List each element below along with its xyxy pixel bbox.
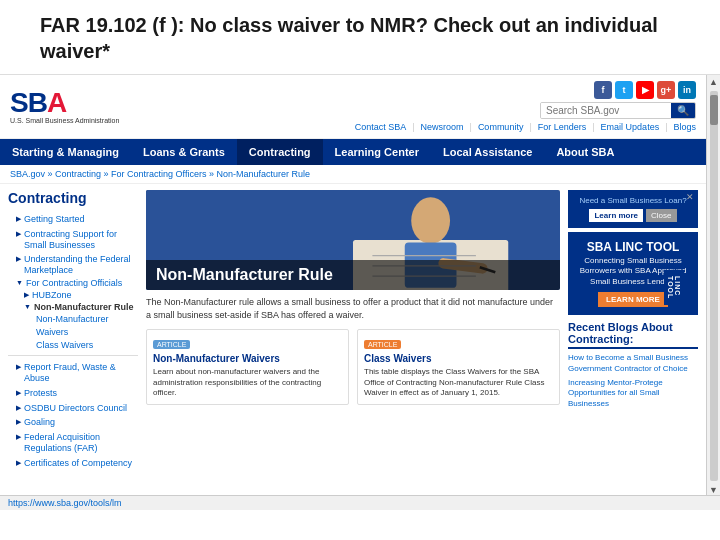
sidebar-item-hubzone[interactable]: HUBZone xyxy=(8,290,138,301)
hero-overlay: Non-Manufacturer Rule xyxy=(146,260,560,290)
breadcrumb: SBA.gov » Contracting » For Contracting … xyxy=(0,165,706,184)
loan-popup-subtitle: Need a Small Business Loan? xyxy=(574,196,692,205)
community-link[interactable]: Community xyxy=(478,122,524,132)
card2-title[interactable]: Class Waivers xyxy=(364,353,553,364)
email-updates-link[interactable]: Email Updates xyxy=(601,122,660,132)
linc-title: SBA LINC TOOL xyxy=(576,240,690,254)
nav-learning-center[interactable]: Learning Center xyxy=(323,139,431,165)
center-content: Non-Manufacturer Rule The Non-Manufactur… xyxy=(146,190,560,471)
bottom-bar: https://www.sba.gov/tools/lm xyxy=(0,495,720,510)
recent-blogs: Recent Blogs About Contracting: How to B… xyxy=(568,321,698,409)
article-card-nm-waivers: ARTICLE Non-Manufacturer Waivers Learn a… xyxy=(146,329,349,405)
page-title: FAR 19.102 (f ): No class waiver to NMR?… xyxy=(40,12,680,64)
blogs-link[interactable]: Blogs xyxy=(673,122,696,132)
article-card-class-waivers: ARTICLE Class Waivers This table display… xyxy=(357,329,560,405)
footer-link[interactable]: https://www.sba.gov/tools/lm xyxy=(8,498,122,508)
youtube-icon[interactable]: ▶ xyxy=(636,81,654,99)
sba-logo-subtitle: U.S. Small Business Administration xyxy=(10,117,119,124)
close-button[interactable]: Close xyxy=(646,209,676,222)
right-scrollbar[interactable]: ▲ ▼ xyxy=(706,75,720,495)
sba-content: SBA U.S. Small Business Administration f… xyxy=(0,75,720,495)
sidebar-item-contracting-support[interactable]: Contracting Support for Small Businesses xyxy=(8,227,138,253)
sidebar-item-contracting-officials[interactable]: For Contracting Officials xyxy=(8,278,138,289)
hero-title: Non-Manufacturer Rule xyxy=(156,266,550,284)
card2-text: This table displays the Class Waivers fo… xyxy=(364,367,553,398)
learn-more-button[interactable]: Learn more xyxy=(589,209,643,222)
scroll-thumb[interactable] xyxy=(710,95,718,125)
blog-item-1[interactable]: How to Become a Small Business Governmen… xyxy=(568,353,698,374)
sba-logo-text: SBA xyxy=(10,89,119,117)
card2-badge: ARTICLE xyxy=(364,340,401,349)
contact-link[interactable]: Contact SBA xyxy=(355,122,407,132)
sidebar-item-non-manufacturer[interactable]: Non-Manufacturer Rule xyxy=(8,302,138,313)
lenders-link[interactable]: For Lenders xyxy=(538,122,587,132)
search-button[interactable]: 🔍 xyxy=(671,103,695,118)
twitter-icon[interactable]: t xyxy=(615,81,633,99)
sidebar-item-protests[interactable]: Protests xyxy=(8,386,138,401)
scroll-up-arrow[interactable]: ▲ xyxy=(709,77,718,87)
sidebar-item-understanding[interactable]: Understanding the Federal Marketplace xyxy=(8,252,138,278)
sidebar-item-far[interactable]: Federal Acquisition Regulations (FAR) xyxy=(8,430,138,456)
nav-loans-grants[interactable]: Loans & Grants xyxy=(131,139,237,165)
sba-nav-links: Contact SBA | Newsroom | Community | For… xyxy=(355,122,696,132)
nav-local-assistance[interactable]: Local Assistance xyxy=(431,139,544,165)
googleplus-icon[interactable]: g+ xyxy=(657,81,675,99)
sba-nav: Starting & Managing Loans & Grants Contr… xyxy=(0,139,706,165)
sba-website: SBA U.S. Small Business Administration f… xyxy=(0,75,720,495)
recent-blogs-title: Recent Blogs About Contracting: xyxy=(568,321,698,349)
sba-logo: SBA U.S. Small Business Administration xyxy=(10,89,119,124)
left-sidebar: Contracting Getting Started Contracting … xyxy=(8,190,138,471)
svg-point-2 xyxy=(411,197,450,244)
title-area: FAR 19.102 (f ): No class waiver to NMR?… xyxy=(0,0,720,75)
sidebar-item-getting-started[interactable]: Getting Started xyxy=(8,212,138,227)
article-cards: ARTICLE Non-Manufacturer Waivers Learn a… xyxy=(146,329,560,405)
sidebar-item-nm-waivers[interactable]: Non-Manufacturer Waivers xyxy=(8,313,138,338)
main-content: Contracting Getting Started Contracting … xyxy=(0,184,706,477)
close-icon[interactable]: ✕ xyxy=(686,192,694,202)
sidebar-item-certificates[interactable]: Certificates of Competency xyxy=(8,456,138,471)
newsroom-link[interactable]: Newsroom xyxy=(421,122,464,132)
scroll-down-arrow[interactable]: ▼ xyxy=(709,485,718,495)
loan-popup: Need a Small Business Loan? ✕ Learn more… xyxy=(568,190,698,228)
sidebar-divider xyxy=(8,355,138,356)
search-input[interactable] xyxy=(541,103,671,118)
nav-about-sba[interactable]: About SBA xyxy=(544,139,626,165)
hero-image: Non-Manufacturer Rule xyxy=(146,190,560,290)
linc-learn-more-button[interactable]: LEARN MORE xyxy=(598,292,668,307)
blog-item-2[interactable]: Increasing Mentor-Protege Opportunities … xyxy=(568,378,698,409)
linkedin-icon[interactable]: in xyxy=(678,81,696,99)
sidebar-item-osdbu[interactable]: OSDBU Directors Council xyxy=(8,401,138,416)
right-sidebar: Need a Small Business Loan? ✕ Learn more… xyxy=(568,190,698,471)
social-icons: f t ▶ g+ in xyxy=(594,81,696,99)
linc-side-tab[interactable]: LINCTOOL xyxy=(664,270,684,305)
sba-header: SBA U.S. Small Business Administration f… xyxy=(0,75,706,139)
nav-contracting[interactable]: Contracting xyxy=(237,139,323,165)
sba-header-right: f t ▶ g+ in 🔍 Contact SBA | Newsroom | C… xyxy=(355,81,696,132)
sidebar-item-report-fraud[interactable]: Report Fraud, Waste & Abuse xyxy=(8,360,138,386)
search-bar[interactable]: 🔍 xyxy=(540,102,696,119)
card1-badge: ARTICLE xyxy=(153,340,190,349)
nav-starting-managing[interactable]: Starting & Managing xyxy=(0,139,131,165)
facebook-icon[interactable]: f xyxy=(594,81,612,99)
sidebar-title: Contracting xyxy=(8,190,138,206)
sidebar-item-goaling[interactable]: Goaling xyxy=(8,415,138,430)
card1-text: Learn about non-manufacturer waivers and… xyxy=(153,367,342,398)
article-text: The Non-Manufacturer rule allows a small… xyxy=(146,296,560,321)
card1-title[interactable]: Non-Manufacturer Waivers xyxy=(153,353,342,364)
sidebar-item-class-waivers[interactable]: Class Waivers xyxy=(8,339,138,352)
